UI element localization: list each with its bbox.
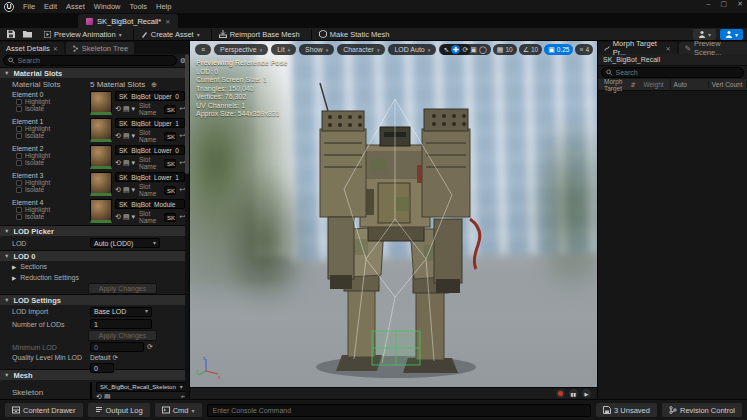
highlight-checkbox[interactable] bbox=[16, 126, 22, 132]
cmd-dropdown[interactable]: Cmd▾ bbox=[155, 403, 202, 417]
section-lod0[interactable]: ▼LOD 0 bbox=[0, 250, 189, 261]
create-asset-button[interactable]: Create Asset▾ bbox=[133, 29, 207, 40]
material-thumbnail[interactable] bbox=[90, 199, 112, 223]
menu-tools[interactable]: Tools bbox=[129, 2, 147, 11]
select-tool-icon[interactable]: ↖ bbox=[444, 46, 450, 54]
window-minimize-button[interactable]: – bbox=[707, 0, 711, 8]
use-selected-icon[interactable]: ⟲ bbox=[115, 159, 121, 167]
preview-animation-button[interactable]: Preview Animation▾ bbox=[37, 29, 129, 40]
material-name-dropdown[interactable]: SK_BigBot_Module bbox=[115, 199, 185, 209]
material-name-dropdown[interactable]: SK_BigBot_Upper_1 bbox=[115, 118, 185, 128]
column-auto[interactable]: Auto bbox=[671, 81, 709, 88]
material-name-dropdown[interactable]: SK_BigBot_Lower_1 bbox=[115, 172, 185, 182]
use-selected-icon[interactable]: ⟲ bbox=[115, 105, 121, 113]
isolate-checkbox[interactable] bbox=[16, 214, 22, 220]
menu-edit[interactable]: Edit bbox=[44, 2, 57, 11]
step-forward-button[interactable]: ▶ bbox=[582, 389, 591, 398]
tab-asset-details[interactable]: Asset Details ✕ bbox=[0, 42, 64, 54]
show-dropdown[interactable]: Show▾ bbox=[299, 44, 334, 55]
asset-tab[interactable]: SK_BigBot_Recall* ✕ bbox=[78, 14, 178, 28]
skeleton-thumbnail[interactable] bbox=[90, 382, 92, 399]
section-lod-settings[interactable]: ▼LOD Settings bbox=[0, 294, 189, 305]
scale-snap-control[interactable]: ▣0.25 bbox=[544, 44, 573, 55]
world-local-toggle-icon[interactable]: ◯ bbox=[479, 46, 487, 54]
character-dropdown[interactable]: Character▾ bbox=[337, 44, 385, 55]
column-morph-target[interactable]: Morph Target⇵Weight bbox=[598, 78, 671, 92]
mech-preview-mesh[interactable] bbox=[284, 69, 504, 383]
pick-icon[interactable]: ▾ bbox=[132, 105, 136, 113]
local-user-button[interactable]: ▾ bbox=[693, 29, 716, 40]
lod-import-dropdown[interactable]: Base LOD▾ bbox=[90, 307, 152, 317]
3d-viewport[interactable]: ≡ Perspective▾ Lit▾ Show▾ Character▾ LOD… bbox=[190, 41, 597, 399]
slot-name-field[interactable]: SK bbox=[164, 213, 176, 222]
pause-button[interactable]: ▮▮ bbox=[569, 389, 578, 398]
grid-snap-control[interactable]: ▦10 bbox=[493, 44, 517, 55]
section-material-slots[interactable]: ▼Material Slots bbox=[0, 67, 189, 78]
multi-user-button[interactable]: ▾ bbox=[720, 29, 743, 40]
pick-icon[interactable]: ▾ bbox=[132, 186, 136, 194]
pick-icon[interactable]: ▾ bbox=[132, 213, 136, 221]
material-thumbnail[interactable] bbox=[90, 172, 112, 196]
menu-window[interactable]: Window bbox=[94, 2, 121, 11]
slot-name-field[interactable]: SK bbox=[164, 105, 176, 114]
slot-name-field[interactable]: SK bbox=[164, 186, 176, 195]
lod-auto-dropdown[interactable]: LOD Auto▾ bbox=[388, 44, 436, 55]
pick-icon[interactable]: ▾ bbox=[132, 132, 136, 140]
isolate-checkbox[interactable] bbox=[16, 106, 22, 112]
reimport-base-mesh-button[interactable]: Reimport Base Mesh bbox=[211, 29, 307, 40]
material-thumbnail[interactable] bbox=[90, 145, 112, 169]
browse-icon[interactable]: ▤ bbox=[123, 186, 130, 194]
content-drawer-button[interactable]: Content Drawer bbox=[5, 403, 83, 417]
camera-speed-control[interactable]: »4 bbox=[575, 44, 593, 55]
apply-changes-button[interactable]: Apply Changes bbox=[88, 283, 157, 294]
skeleton-dropdown[interactable]: SK_BigBot_Recall_Skeleton▾ bbox=[96, 382, 187, 392]
quality-default-label[interactable]: Default ⟳ bbox=[90, 354, 118, 362]
rotation-snap-control[interactable]: ∠10 bbox=[519, 44, 543, 55]
material-thumbnail[interactable] bbox=[90, 118, 112, 142]
minimum-lod-field[interactable]: 0 bbox=[90, 342, 144, 352]
unsaved-changes-button[interactable]: 3 Unsaved bbox=[596, 403, 657, 417]
perspective-dropdown[interactable]: Perspective▾ bbox=[214, 44, 268, 55]
material-name-dropdown[interactable]: SK_BigBot_Upper_0 bbox=[115, 91, 185, 101]
make-static-mesh-button[interactable]: Make Static Mesh bbox=[311, 29, 397, 40]
menu-help[interactable]: Help bbox=[156, 2, 171, 11]
browse-icon[interactable]: ▤ bbox=[123, 213, 130, 221]
viewport-options-button[interactable]: ≡ bbox=[195, 44, 211, 55]
move-tool-icon[interactable]: ✚ bbox=[451, 45, 460, 54]
highlight-checkbox[interactable] bbox=[16, 153, 22, 159]
browse-to-asset-icon[interactable] bbox=[21, 29, 33, 39]
number-of-lods-field[interactable]: 1 bbox=[90, 319, 152, 329]
tab-morph-target-preview[interactable]: Morph Target Pr... ✕ bbox=[598, 42, 677, 54]
browse-icon[interactable]: ▤ bbox=[123, 159, 130, 167]
window-maximize-button[interactable]: ▢ bbox=[721, 0, 728, 8]
browse-icon[interactable]: ▤ bbox=[123, 132, 130, 140]
morph-search-input[interactable] bbox=[601, 67, 744, 78]
material-name-dropdown[interactable]: SK_BigBot_Lower_0 bbox=[115, 145, 185, 155]
left-panel-scrollbar[interactable] bbox=[185, 54, 189, 399]
scale-tool-icon[interactable]: ▣ bbox=[470, 46, 477, 54]
asset-details-search-input[interactable] bbox=[3, 55, 177, 66]
quality-min-lod-field[interactable]: 0 bbox=[90, 363, 114, 373]
slot-name-field[interactable]: SK bbox=[164, 159, 176, 168]
use-selected-icon[interactable]: ⟲ bbox=[115, 213, 121, 221]
tab-close-icon[interactable]: ✕ bbox=[53, 45, 58, 52]
apply-changes-button-2[interactable]: Apply Changes bbox=[88, 330, 157, 341]
view-mode-dropdown[interactable]: Lit▾ bbox=[271, 44, 296, 55]
highlight-checkbox[interactable] bbox=[16, 99, 22, 105]
menu-asset[interactable]: Asset bbox=[66, 2, 85, 11]
window-close-button[interactable]: ✕ bbox=[737, 0, 743, 8]
rotate-tool-icon[interactable]: ⟳ bbox=[462, 46, 468, 54]
animation-scrub-bar[interactable]: ▮▮ ▶ bbox=[190, 387, 597, 399]
highlight-checkbox[interactable] bbox=[16, 207, 22, 213]
tab-close-icon[interactable]: ✕ bbox=[666, 45, 671, 52]
console-command-input[interactable] bbox=[207, 404, 592, 417]
sections-row[interactable]: Sections bbox=[20, 263, 98, 270]
material-slots-add-icon[interactable]: ⊕ bbox=[151, 81, 157, 89]
record-button[interactable] bbox=[556, 389, 565, 398]
material-thumbnail[interactable] bbox=[90, 91, 112, 115]
minimum-lod-reset-icon[interactable]: ⟳ bbox=[147, 343, 153, 351]
slot-name-field[interactable]: SK bbox=[164, 132, 176, 141]
tab-skeleton-tree[interactable]: Skeleton Tree bbox=[66, 42, 134, 54]
highlight-checkbox[interactable] bbox=[16, 180, 22, 186]
isolate-checkbox[interactable] bbox=[16, 133, 22, 139]
